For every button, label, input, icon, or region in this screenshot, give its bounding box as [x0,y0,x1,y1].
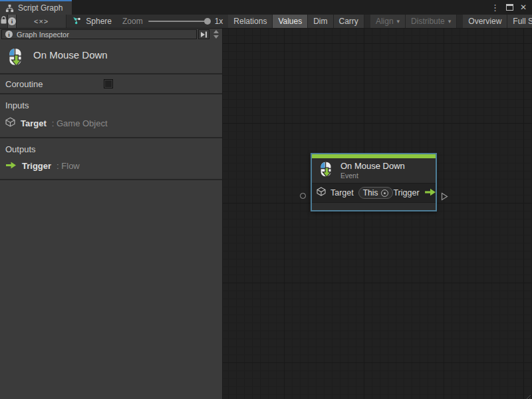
node-output-group: Trigger [393,187,436,199]
node-title: On Mouse Down [340,162,405,172]
scroll-down-icon [213,35,219,39]
dock-panel-button[interactable] [198,29,209,39]
unit-title: On Mouse Down [33,47,108,61]
tab-title: Script Graph [18,3,63,13]
coroutine-checkbox[interactable] [104,79,113,88]
coroutine-label: Coroutine [5,79,43,89]
code-icon: <×> [22,17,61,25]
relations-button[interactable]: Relations [228,15,273,28]
maximize-icon[interactable] [506,4,513,11]
on-mouse-down-icon [317,161,334,181]
output-port-type: : Flow [57,161,80,171]
output-port-name: Trigger [22,161,51,171]
node-titles: On Mouse Down Event [340,162,405,180]
outputs-section: Outputs Trigger : Flow [0,138,222,180]
input-port-name: Target [21,118,47,128]
object-picker-icon[interactable] [381,190,388,197]
zoom-control: Zoom 1x [117,15,228,28]
inspector-title: Graph Inspector [17,31,69,39]
dim-button[interactable]: Dim [308,15,333,28]
chevron-down-icon: ▾ [448,18,452,25]
flow-arrow-icon [5,161,17,171]
info-icon: i [5,31,13,38]
on-mouse-down-icon [5,47,25,70]
node-port-row: Target This Trigger [312,183,436,202]
input-port-type: : Game Object [52,118,108,128]
window-controls: ⋮ ✕ [491,0,532,15]
resize-grip[interactable] [525,392,531,398]
inputs-section: Inputs Target : Game Object [0,94,222,138]
tab-bar: Script Graph ⋮ ✕ [0,0,532,15]
chevron-down-icon: ▾ [397,18,400,25]
lock-icon [0,16,7,27]
tab-script-graph[interactable]: Script Graph [0,0,72,15]
zoom-slider-thumb[interactable] [204,18,211,25]
on-mouse-down-node[interactable]: On Mouse Down Event Target This Trigger [311,153,437,211]
zoom-value: 1x [215,17,223,26]
node-subtitle: Event [340,172,405,180]
dock-icon [200,29,207,41]
fullscreen-button[interactable]: Full Screen [507,15,532,28]
node-output-label: Trigger [393,188,419,198]
inspector-title-box[interactable]: i Graph Inspector [1,29,197,39]
flow-arrow-icon [424,187,436,199]
graph-inspector-panel: i Graph Inspector On Mouse Dow [0,29,223,399]
toolbar-buttons: Relations Values Dim Carry Align ▾ Distr… [228,15,532,28]
lock-button[interactable] [0,15,8,28]
align-dropdown[interactable]: Align ▾ [370,15,406,28]
node-footer [312,202,436,210]
graph-context[interactable]: Sphere [66,15,117,28]
info-icon: i [8,17,16,25]
overview-button[interactable]: Overview [463,15,507,28]
target-object-label: Sphere [86,17,112,26]
target-value-field[interactable]: This [358,187,394,199]
inspector-toggle-button[interactable]: i [8,15,17,28]
close-icon[interactable]: ✕ [520,3,527,12]
inputs-title: Inputs [5,100,217,110]
window-menu-icon[interactable]: ⋮ [491,3,499,13]
outputs-title: Outputs [5,144,217,154]
scroll-up-icon [213,30,219,33]
input-port-row: Target : Game Object [5,117,217,129]
inspector-titlebar: i Graph Inspector [0,29,222,40]
game-object-cube-icon [5,117,15,129]
node-input-group: Target This [317,187,393,199]
panel-reorder-control[interactable] [211,29,221,39]
zoom-label: Zoom [122,17,143,26]
graph-canvas[interactable]: On Mouse Down Event Target This Trigger [223,29,532,399]
node-output-flow-port[interactable] [441,192,448,203]
zoom-slider[interactable] [148,21,209,22]
script-graph-asset-icon [72,16,82,27]
target-value: This [363,188,378,198]
graph-hierarchy-icon [5,4,14,13]
output-port-row: Trigger : Flow [5,161,217,171]
graph-toolbar: i <×> Sphere Zoom 1x Relations Values Di… [0,15,532,29]
coroutine-row: Coroutine [0,74,222,94]
node-input-flow-port[interactable] [300,193,306,199]
game-object-cube-icon [317,187,326,199]
unit-header: On Mouse Down [0,40,222,74]
code-view-button[interactable]: <×> [17,15,66,28]
node-header[interactable]: On Mouse Down Event [312,158,436,183]
carry-button[interactable]: Carry [334,15,364,28]
node-input-label: Target [331,188,354,198]
distribute-dropdown[interactable]: Distribute ▾ [406,15,457,28]
values-button[interactable]: Values [273,15,308,28]
